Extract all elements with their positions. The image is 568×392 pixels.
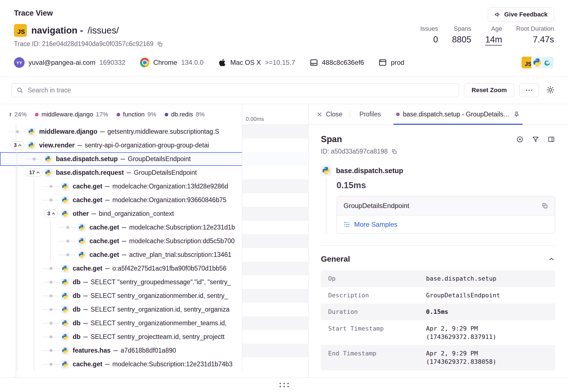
span-description: SELECT sentry_projectteam.id, sentry_pro… <box>91 333 224 341</box>
tab-span-details[interactable]: base.dispatch.setup - GroupDetails… <box>393 104 523 125</box>
drawer-resize-handle[interactable] <box>0 377 568 392</box>
span-timing-cell <box>242 316 308 330</box>
browser-version: 134.0.0 <box>181 59 203 66</box>
children-count-badge[interactable]: 17 <box>26 169 42 177</box>
span-row[interactable]: cache.get — modelcache:Subscription:dd5c… <box>0 234 308 248</box>
detail-tabs: Close Profiles base.dispatch.setup - Gro… <box>309 104 568 125</box>
more-samples-link[interactable]: More Samples <box>337 216 555 233</box>
span-row[interactable]: middleware.django — getsentry.middleware… <box>0 125 308 138</box>
legend-dot <box>165 113 168 116</box>
span-row[interactable]: cache.get — modelcache:Subscription:12e2… <box>0 357 308 371</box>
stat-value: 8805 <box>452 35 471 45</box>
span-op: cache.get <box>89 251 119 259</box>
span-row[interactable]: 3 other — bind_organization_context <box>0 207 308 221</box>
span-description: SELECT "sentry_groupedmessage"."id", "se… <box>91 278 231 286</box>
span-description: modelcache:Subscription:12e231d1b <box>129 224 235 231</box>
row-key: Start Timestamp <box>328 324 426 341</box>
children-count: 17 <box>29 170 35 176</box>
gear-icon <box>546 85 555 95</box>
children-count: 3 <box>14 142 16 148</box>
python-icon <box>44 169 53 177</box>
filter-icon[interactable] <box>532 135 539 143</box>
span-tree: middleware.django — getsentry.middleware… <box>0 125 308 377</box>
copy-icon[interactable] <box>157 41 163 47</box>
span-timing-cell <box>242 262 308 275</box>
legend-value: 8% <box>196 111 205 118</box>
span-row[interactable]: features.has — a7d618b8df01a890 <box>0 344 308 357</box>
separator: — <box>83 293 88 298</box>
layout-panel-icon[interactable] <box>547 135 555 143</box>
legend-value: 17% <box>96 111 108 118</box>
pin-icon[interactable] <box>513 111 520 118</box>
stat-label: Spans <box>454 25 471 32</box>
span-row[interactable]: db — SELECT sentry_organization.id, sent… <box>0 303 308 316</box>
span-detail-body: Span ID: a50d33a597ca8198 base.dispatch.… <box>309 125 568 377</box>
row-key: End Timestamp <box>328 349 426 366</box>
children-count-badge[interactable]: 3 <box>10 141 24 149</box>
python-icon <box>61 346 69 355</box>
search-input[interactable] <box>27 86 454 94</box>
span-row[interactable]: db — SELECT sentry_projectteam.id, sentr… <box>0 330 308 344</box>
close-label: Close <box>326 111 342 118</box>
span-detail-panel: Close Profiles base.dispatch.setup - Gro… <box>309 104 568 377</box>
children-count-badge[interactable]: 3 <box>44 210 58 218</box>
chevron-up-icon <box>52 212 55 216</box>
span-row[interactable]: cache.get — modelcache:Organization:13fd… <box>0 180 308 193</box>
legend-item: r 24% <box>10 111 27 118</box>
span-row[interactable]: 17 base.dispatch.request — GroupDetailsE… <box>0 166 308 180</box>
close-drawer-button[interactable]: Close <box>316 104 342 125</box>
span-timing-cell <box>242 138 308 152</box>
python-icon <box>61 182 69 191</box>
span-op-row: base.dispatch.setup <box>321 165 555 176</box>
sample-name: GroupDetailsEndpoint <box>344 202 409 210</box>
stat-issues: Issues 0 <box>420 25 438 46</box>
trace-waterfall-panel: r 24% middleware.django 17% function 9% <box>0 104 309 377</box>
settings-button[interactable] <box>544 85 557 95</box>
give-feedback-button[interactable]: Give Feedback <box>488 7 554 22</box>
legend-value: 9% <box>147 111 156 118</box>
os-name: Mac OS X <box>230 59 261 66</box>
span-id: ID: a50d33a597ca8198 <box>321 148 555 155</box>
span-description: modelcache:Organization:93660846b75 <box>112 196 226 204</box>
reset-zoom-button[interactable]: Reset Zoom <box>464 83 514 97</box>
span-row[interactable]: db — SELECT sentry_organizationmember_te… <box>0 316 308 330</box>
span-row-selected[interactable]: base.dispatch.setup — GroupDetailsEndpoi… <box>0 152 308 166</box>
span-op: view.render <box>39 142 75 149</box>
more-options-button[interactable]: ⋯ <box>519 83 539 97</box>
collapse-chevron-icon[interactable] <box>548 255 555 263</box>
span-description: SELECT sentry_organization.id, sentry_or… <box>91 306 229 313</box>
span-row[interactable]: 3 view.render — sentry-api-0-organizatio… <box>0 138 308 152</box>
user-chip[interactable]: YY yuval@pangea-ai.com 1690332 <box>14 57 126 68</box>
span-row[interactable]: cache.get — modelcache:Organization:9366… <box>0 193 308 207</box>
separator: — <box>105 362 110 367</box>
tab-profiles[interactable]: Profiles <box>357 104 383 125</box>
focus-icon[interactable] <box>516 135 524 143</box>
span-description: GroupDetailsEndpoint <box>128 155 191 163</box>
span-id-label: ID: a50d33a597ca8198 <box>321 148 388 155</box>
legend-label: r <box>10 111 11 118</box>
more-samples-label: More Samples <box>354 221 397 228</box>
row-value: Apr 2, 9:29 PM (1743629372.837911) <box>426 324 496 341</box>
copy-icon[interactable] <box>391 149 397 155</box>
copy-icon[interactable] <box>541 202 548 209</box>
span-description: modelcache:Subscription:dd5c5b700 <box>129 237 235 245</box>
python-icon <box>321 165 332 176</box>
search-box[interactable] <box>11 83 459 97</box>
span-row[interactable]: db — SELECT sentry_organizationmember.id… <box>0 289 308 303</box>
span-description: a7d618b8df01a890 <box>121 347 176 354</box>
transaction-title-block: JS navigation - /issues/ Trace ID: 216e0… <box>14 24 163 48</box>
span-row[interactable]: db — SELECT "sentry_groupedmessage"."id"… <box>0 275 308 289</box>
span-op: cache.get <box>89 224 119 231</box>
row-key: Description <box>328 291 426 300</box>
span-row[interactable]: cache.get — o:a5f42e275d1ac91fba90f0b570… <box>0 262 308 275</box>
page-title: Trace View <box>14 7 53 18</box>
span-description: active_plan_trial:subscription:13461 <box>129 251 231 259</box>
span-row[interactable]: cache.get — active_plan_trial:subscripti… <box>0 248 308 262</box>
span-row[interactable]: cache.get — modelcache:Subscription:12e2… <box>0 221 308 234</box>
python-icon <box>61 292 69 300</box>
tree-connector-dot <box>49 363 53 366</box>
tree-connector-dot <box>49 281 53 284</box>
legend-label: function <box>123 111 145 118</box>
python-icon <box>78 223 86 232</box>
span-description: o:a5f42e275d1ac91fba90f0b570d1bb56 <box>112 265 226 272</box>
